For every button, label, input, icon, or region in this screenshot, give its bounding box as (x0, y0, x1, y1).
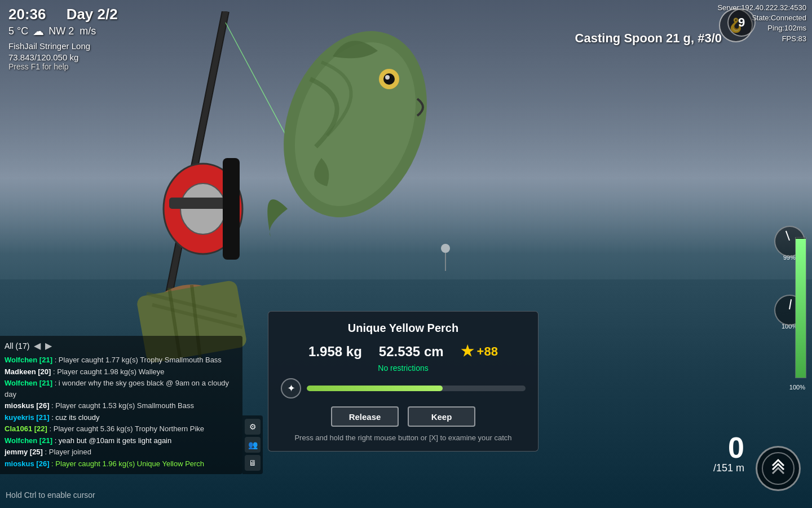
gauge-drag-needle (789, 299, 792, 309)
bar-gauge (795, 237, 806, 378)
time-day-display: 20:36 Day 2/2 (8, 6, 118, 23)
xp-value: +88 (477, 344, 498, 359)
chat-text-1: : Player caught 1.77 kg(s) Trophy Smallm… (55, 356, 222, 364)
time-display: 20:36 (8, 6, 46, 23)
svg-point-11 (385, 75, 390, 80)
chat-players-btn[interactable]: 👥 (245, 437, 261, 453)
release-button[interactable]: Release (331, 406, 399, 427)
temp-display: 5 °C (8, 25, 28, 37)
chat-nav-right[interactable]: ▶ (45, 340, 52, 351)
chat-msg-1: Wolfchen [21] : Player caught 1.77 kg(s)… (5, 354, 238, 366)
bar-gauge-fill (796, 239, 806, 378)
catch-popup: Unique Yellow Perch 1.958 kg 52.535 cm ★… (268, 311, 539, 452)
catch-star-xp: ★ +88 (461, 343, 498, 360)
bar-gauge-label: 100% (789, 384, 805, 391)
weather-icon: ☁ (33, 24, 44, 38)
chat-icon-buttons: ⚙ 👥 🖥 (242, 415, 263, 474)
help-text: Press F1 for help (8, 62, 118, 71)
chat-msg-7: Wolfchen [21] : yeah but @10am it gets l… (5, 435, 238, 446)
chat-text-2: : Player caught 1.98 kg(s) Walleye (53, 367, 165, 376)
chat-text-7: : yeah but @10am it gets light again (55, 436, 172, 445)
catch-length: 52.535 cm (379, 344, 444, 360)
chat-msg-9: mioskus [26] : Player caught 1.96 kg(s) … (5, 458, 238, 470)
catch-examine-hint: Press and hold the right mouse button or… (281, 433, 526, 442)
chat-msg-5: kuyekris [21] : cuz its cloudy (5, 412, 238, 423)
catch-fish-name: Unique Yellow Perch (281, 322, 526, 335)
chat-screen-btn[interactable]: 🖥 (245, 455, 261, 471)
chat-nav-left[interactable]: ◀ (34, 340, 41, 351)
chat-text-8: : Player joined (45, 448, 91, 456)
chat-name-1: Wolfchen [21] (5, 356, 52, 364)
chat-name-7: Wolfchen [21] (5, 436, 52, 445)
chat-msg-3: Wolfchen [21] : i wonder why the sky goe… (5, 378, 238, 400)
chat-text-9: : Player caught 1.96 kg(s) Unique Yellow… (51, 459, 204, 468)
chat-name-4: mioskus [26] (5, 401, 49, 410)
badge-icon: ✦ (287, 382, 295, 395)
catch-progress-bar (307, 386, 526, 391)
catch-progress-fill (307, 386, 443, 391)
chat-header: All (17) ◀ ▶ (5, 340, 238, 351)
hold-ctrl-hint: Hold Ctrl to enable cursor (6, 491, 95, 500)
catch-achievement-badge: ✦ (281, 378, 301, 398)
hud-topleft: 20:36 Day 2/2 5 °C ☁ NW 2 m/s FishJail S… (8, 6, 118, 71)
chat-name-5: kuyekris [21] (5, 413, 50, 422)
chat-msg-6: Cla1061 [22] : Player caught 5.36 kg(s) … (5, 423, 238, 435)
day-display: Day 2/2 (67, 6, 118, 23)
chat-msg-8: jemmy [25] : Player joined (5, 446, 238, 458)
chat-name-9: mioskus [26] (5, 459, 49, 468)
distance-unit: /151 m (713, 462, 744, 474)
keep-button[interactable]: Keep (408, 406, 475, 427)
catch-stats-row: 1.958 kg 52.535 cm ★ +88 (281, 343, 526, 360)
chat-settings-btn[interactable]: ⚙ (245, 419, 261, 435)
wind-display: NW 2 m/s (48, 25, 96, 37)
svg-point-10 (383, 73, 395, 85)
gauge-reel-needle (785, 231, 790, 241)
weather-display: 5 °C ☁ NW 2 m/s (8, 24, 118, 38)
slot-indicator: 9 (727, 8, 756, 37)
distance-display: 0 /151 m (713, 433, 744, 474)
chat-text-5: : cuz its cloudy (51, 413, 99, 422)
chat-name-3: Wolfchen [21] (5, 379, 52, 387)
star-icon: ★ (461, 343, 474, 360)
chat-name-8: jemmy [25] (5, 448, 43, 456)
chat-msg-4: mioskus [26] : Player caught 1.53 kg(s) … (5, 400, 238, 411)
chat-msg-2: Madkeen [20] : Player caught 1.98 kg(s) … (5, 366, 238, 378)
compass (756, 446, 801, 491)
chat-tab-all: All (17) (5, 341, 29, 351)
chat-text-6: : Player caught 5.36 kg(s) Trophy Northe… (50, 424, 205, 433)
stringer-weight: 73.843/120.050 kg (8, 52, 118, 62)
chat-name-6: Cla1061 [22] (5, 424, 47, 433)
svg-point-19 (441, 244, 450, 253)
distance-number: 0 (713, 433, 744, 462)
catch-restriction: No restrictions (281, 364, 526, 373)
stringer-name: FishJail Stringer Long (8, 41, 118, 51)
lure-name: Casting Spoon 21 g, #3/0 (575, 31, 722, 46)
chat-messages: Wolfchen [21] : Player caught 1.77 kg(s)… (5, 354, 238, 469)
catch-weight: 1.958 kg (308, 344, 362, 360)
svg-rect-5 (223, 158, 240, 260)
catch-action-buttons: Release Keep (281, 406, 526, 427)
catch-progress-row: ✦ (281, 378, 526, 398)
chat-panel: All (17) ◀ ▶ Wolfchen [21] : Player caug… (0, 336, 242, 474)
chat-text-4: : Player caught 1.53 kg(s) Smallmouth Ba… (51, 401, 194, 410)
chat-name-2: Madkeen [20] (5, 367, 51, 376)
